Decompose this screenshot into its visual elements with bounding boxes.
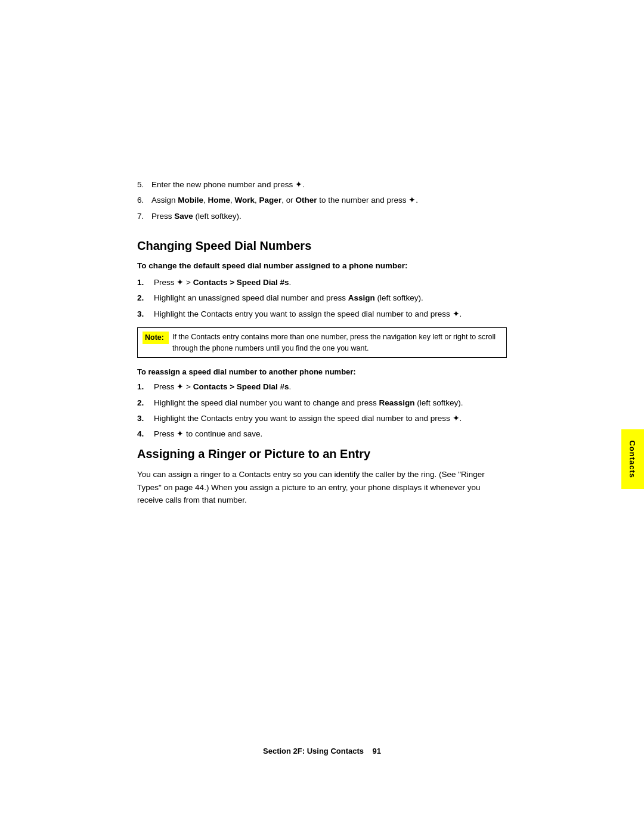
list-content-7: Press Save (left softkey). (151, 210, 507, 222)
list-item-5: 5. Enter the new phone number and press … (137, 179, 507, 191)
section1-intro: To change the default speed dial number … (137, 260, 507, 272)
section1-heading: Changing Speed Dial Numbers (137, 239, 507, 253)
footer-page-number: 91 (373, 747, 381, 755)
step-2-1: 1. Press ✦ > Contacts > Speed Dial #s. (137, 381, 507, 393)
section2-steps: 1. Press ✦ > Contacts > Speed Dial #s. 2… (137, 381, 507, 440)
step-num-2-3: 3. (137, 413, 154, 425)
page-container: 5. Enter the new phone number and press … (0, 0, 644, 833)
step-2-4: 4. Press ✦ to continue and save. (137, 428, 507, 440)
step-content-1-3: Highlight the Contacts entry you want to… (154, 308, 507, 320)
step-num-1-1: 1. (137, 277, 154, 289)
note-box: Note: If the Contacts entry contains mor… (137, 327, 507, 358)
contacts-side-tab[interactable]: Contacts (621, 429, 644, 489)
list-item-7: 7. Press Save (left softkey). (137, 210, 507, 222)
list-item-6: 6. Assign Mobile, Home, Work, Pager, or … (137, 194, 507, 206)
step-1-3: 3. Highlight the Contacts entry you want… (137, 308, 507, 320)
step-content-2-3: Highlight the Contacts entry you want to… (154, 413, 507, 425)
step-content-2-1: Press ✦ > Contacts > Speed Dial #s. (154, 381, 507, 393)
step-num-1-3: 3. (137, 308, 154, 320)
step-num-1-2: 2. (137, 292, 154, 304)
step-content-1-2: Highlight an unassigned speed dial numbe… (154, 292, 507, 304)
step-1-2: 2. Highlight an unassigned speed dial nu… (137, 292, 507, 304)
note-label: Note: (143, 332, 169, 344)
list-num-5: 5. (137, 179, 151, 191)
step-2-3: 3. Highlight the Contacts entry you want… (137, 413, 507, 425)
step-2-2: 2. Highlight the speed dial number you w… (137, 397, 507, 409)
step-num-2-4: 4. (137, 428, 154, 440)
step-content-1-1: Press ✦ > Contacts > Speed Dial #s. (154, 277, 507, 289)
step-num-2-2: 2. (137, 397, 154, 409)
list-content-6: Assign Mobile, Home, Work, Pager, or Oth… (151, 194, 507, 206)
list-content-5: Enter the new phone number and press ✦. (151, 179, 507, 191)
side-tab-label: Contacts (628, 440, 637, 478)
note-text: If the Contacts entry contains more than… (172, 332, 501, 354)
section2-divider: To reassign a speed dial number to anoth… (137, 367, 507, 376)
section3-body: You can assign a ringer to a Contacts en… (137, 468, 507, 507)
footer-text: Section 2F: Using Contacts (263, 747, 364, 755)
step-content-2-2: Highlight the speed dial number you want… (154, 397, 507, 409)
step-content-2-4: Press ✦ to continue and save. (154, 428, 507, 440)
page-footer: Section 2F: Using Contacts 91 (0, 747, 644, 755)
section3-heading: Assigning a Ringer or Picture to an Entr… (137, 447, 507, 461)
step-1-1: 1. Press ✦ > Contacts > Speed Dial #s. (137, 277, 507, 289)
list-num-7: 7. (137, 210, 151, 222)
intro-list: 5. Enter the new phone number and press … (137, 179, 507, 222)
list-num-6: 6. (137, 194, 151, 206)
content-area: 5. Enter the new phone number and press … (66, 0, 578, 566)
step-num-2-1: 1. (137, 381, 154, 393)
section1-steps: 1. Press ✦ > Contacts > Speed Dial #s. 2… (137, 277, 507, 320)
